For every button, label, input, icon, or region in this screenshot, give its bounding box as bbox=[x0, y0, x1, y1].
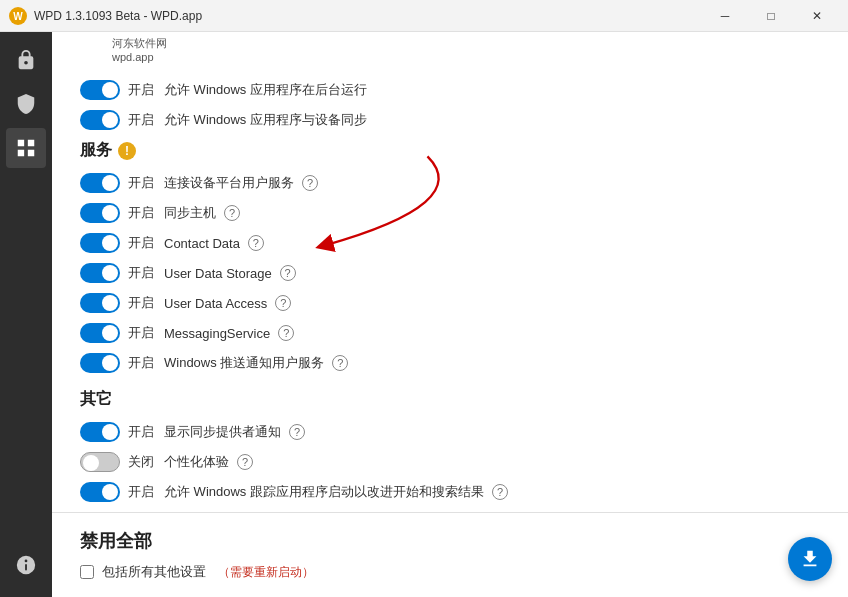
maximize-button[interactable]: □ bbox=[748, 0, 794, 32]
sidebar-icon-lock[interactable] bbox=[6, 40, 46, 80]
toggle-text-background: 允许 Windows 应用程序在后台运行 bbox=[164, 81, 367, 99]
contact-data-label: Contact Data bbox=[164, 236, 240, 251]
title-bar: W WPD 1.3.1093 Beta - WPD.app ─ □ ✕ bbox=[0, 0, 848, 32]
help-connected-devices[interactable]: ? bbox=[302, 175, 318, 191]
toggle-knob bbox=[102, 82, 118, 98]
content-area: 河东软件网wpd.app 开启 允许 Windows 应用程序在后台运行 开启 … bbox=[52, 32, 848, 597]
help-contact-data[interactable]: ? bbox=[248, 235, 264, 251]
other-section-title: 其它 bbox=[80, 389, 820, 410]
messaging-label: MessagingService bbox=[164, 326, 270, 341]
toggle-sync-notify[interactable] bbox=[80, 422, 120, 442]
services-title-text: 服务 bbox=[80, 140, 112, 161]
toggle-tracking[interactable] bbox=[80, 482, 120, 502]
sidebar-bottom bbox=[6, 545, 46, 597]
user-data-storage-label: User Data Storage bbox=[164, 266, 272, 281]
toggle-user-data-access[interactable] bbox=[80, 293, 120, 313]
toggle-row-sync: 开启 允许 Windows 应用程序与设备同步 bbox=[80, 110, 820, 130]
bottom-section: 禁用全部 包括所有其他设置 （需要重新启动） bbox=[52, 512, 848, 597]
toggle-background[interactable] bbox=[80, 80, 120, 100]
sidebar bbox=[0, 32, 52, 597]
sidebar-icon-shield[interactable] bbox=[6, 84, 46, 124]
toggle-connected-devices[interactable] bbox=[80, 173, 120, 193]
minimize-button[interactable]: ─ bbox=[702, 0, 748, 32]
toggle-sync[interactable] bbox=[80, 110, 120, 130]
tracking-label: 允许 Windows 跟踪应用程序启动以改进开始和搜索结果 bbox=[164, 483, 484, 501]
toggle-messaging[interactable] bbox=[80, 323, 120, 343]
personalization-label: 个性化体验 bbox=[164, 453, 229, 471]
toggle-user-data-storage[interactable] bbox=[80, 263, 120, 283]
sidebar-icon-grid[interactable] bbox=[6, 128, 46, 168]
help-push-notification[interactable]: ? bbox=[332, 355, 348, 371]
watermark: 河东软件网wpd.app bbox=[104, 32, 175, 67]
warning-icon: ! bbox=[118, 142, 136, 160]
toggle-knob-sync bbox=[102, 112, 118, 128]
push-notification-label: Windows 推送通知用户服务 bbox=[164, 354, 324, 372]
toggle-text-sync: 允许 Windows 应用程序与设备同步 bbox=[164, 111, 367, 129]
sync-notify-label: 显示同步提供者通知 bbox=[164, 423, 281, 441]
help-user-data-access[interactable]: ? bbox=[275, 295, 291, 311]
sidebar-icon-info[interactable] bbox=[6, 545, 46, 585]
download-icon bbox=[799, 548, 821, 570]
help-messaging[interactable]: ? bbox=[278, 325, 294, 341]
toggle-row-sync-notify: 开启 显示同步提供者通知 ? bbox=[80, 422, 820, 442]
services-section-title: 服务 ! bbox=[80, 140, 820, 161]
toggle-row-push-notification: 开启 Windows 推送通知用户服务 ? bbox=[80, 353, 820, 373]
checkbox-label: 包括所有其他设置 bbox=[102, 563, 206, 581]
toggle-row-user-data-access: 开启 User Data Access ? bbox=[80, 293, 820, 313]
window-controls: ─ □ ✕ bbox=[702, 0, 840, 32]
help-sync-host[interactable]: ? bbox=[224, 205, 240, 221]
include-all-checkbox[interactable] bbox=[80, 565, 94, 579]
restart-needed-text: （需要重新启动） bbox=[218, 564, 314, 581]
toggle-row-user-data-storage: 开启 User Data Storage ? bbox=[80, 263, 820, 283]
app-body: 河东软件网wpd.app 开启 允许 Windows 应用程序在后台运行 开启 … bbox=[0, 32, 848, 597]
title-bar-title: WPD 1.3.1093 Beta - WPD.app bbox=[34, 9, 702, 23]
user-data-access-label: User Data Access bbox=[164, 296, 267, 311]
toggle-state-sync: 开启 bbox=[128, 111, 156, 129]
toggle-row-sync-host: 开启 同步主机 ? bbox=[80, 203, 820, 223]
toggle-row-messaging: 开启 MessagingService ? bbox=[80, 323, 820, 343]
help-personalization[interactable]: ? bbox=[237, 454, 253, 470]
toggle-row-tracking: 开启 允许 Windows 跟踪应用程序启动以改进开始和搜索结果 ? bbox=[80, 482, 820, 502]
toggle-contact-data[interactable] bbox=[80, 233, 120, 253]
help-tracking[interactable]: ? bbox=[492, 484, 508, 500]
toggle-row-personalization: 关闭 个性化体验 ? bbox=[80, 452, 820, 472]
svg-text:W: W bbox=[13, 11, 23, 22]
disable-all-title: 禁用全部 bbox=[80, 529, 820, 553]
scroll-area[interactable]: 开启 允许 Windows 应用程序在后台运行 开启 允许 Windows 应用… bbox=[52, 32, 848, 512]
toggle-row-connected-devices: 开启 连接设备平台用户服务 ? bbox=[80, 173, 820, 193]
app-logo: W bbox=[8, 6, 28, 26]
toggle-sync-host[interactable] bbox=[80, 203, 120, 223]
checkbox-row: 包括所有其他设置 （需要重新启动） bbox=[80, 563, 820, 581]
toggle-row-background: 开启 允许 Windows 应用程序在后台运行 bbox=[80, 80, 820, 100]
help-user-data-storage[interactable]: ? bbox=[280, 265, 296, 281]
fab-download-button[interactable] bbox=[788, 537, 832, 581]
close-button[interactable]: ✕ bbox=[794, 0, 840, 32]
toggle-state-background: 开启 bbox=[128, 81, 156, 99]
help-sync-notify[interactable]: ? bbox=[289, 424, 305, 440]
toggle-personalization[interactable] bbox=[80, 452, 120, 472]
toggle-row-contact-data: 开启 Contact Data ? bbox=[80, 233, 820, 253]
other-title-text: 其它 bbox=[80, 389, 112, 410]
toggle-push-notification[interactable] bbox=[80, 353, 120, 373]
